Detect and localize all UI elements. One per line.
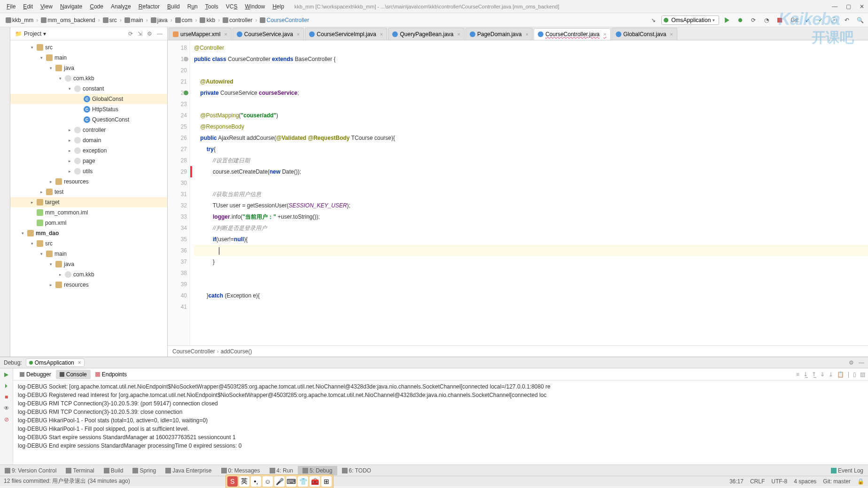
tree-node-com.kkb[interactable]: ▾com.kkb bbox=[10, 73, 167, 84]
evaluate-icon[interactable]: 📋 bbox=[837, 371, 844, 378]
close-tab-icon[interactable]: × bbox=[670, 31, 673, 37]
bc-class[interactable]: CourseController bbox=[172, 348, 215, 355]
menu-window[interactable]: Window bbox=[242, 2, 268, 11]
debug-settings-icon[interactable]: ⚙ bbox=[849, 359, 854, 366]
sidebar-tool-strip[interactable] bbox=[0, 27, 10, 357]
tree-node-mm_dao[interactable]: ▾mm_dao bbox=[10, 228, 167, 238]
toolwin-Spring[interactable]: Spring bbox=[128, 466, 161, 475]
run-button[interactable] bbox=[722, 15, 732, 25]
breadcrumb-com[interactable]: com bbox=[172, 16, 195, 24]
menu-code[interactable]: Code bbox=[87, 2, 106, 11]
menu-file[interactable]: File bbox=[4, 2, 18, 11]
file-encoding[interactable]: UTF-8 bbox=[771, 478, 787, 485]
file-tab-PageDomain.java[interactable]: PageDomain.java× bbox=[465, 28, 533, 40]
debug-session-tab[interactable]: OmsApplication × bbox=[26, 358, 85, 367]
breadcrumb-CourseController[interactable]: CourseController bbox=[257, 16, 312, 24]
vcs-commit-icon[interactable]: ✓ bbox=[815, 15, 826, 25]
menu-help[interactable]: Help bbox=[270, 2, 287, 11]
file-tab-CourseServiceImpl.java[interactable]: CourseServiceImpl.java× bbox=[305, 28, 387, 40]
breadcrumb-kkb_mm[interactable]: kkb_mm bbox=[3, 16, 36, 24]
hide-icon[interactable]: — bbox=[157, 30, 163, 37]
close-tab-icon[interactable]: × bbox=[526, 31, 528, 37]
step-over-icon[interactable]: ≡ bbox=[796, 371, 799, 378]
minimize-button[interactable]: — bbox=[832, 3, 837, 10]
force-step-icon[interactable]: ⇓ bbox=[820, 371, 825, 378]
ime-logo-icon[interactable]: S bbox=[227, 476, 238, 487]
stop-button[interactable] bbox=[775, 15, 785, 25]
tree-node-resources[interactable]: ▸resources bbox=[10, 280, 167, 290]
toolwin-5--Debug[interactable]: 5: Debug bbox=[298, 466, 337, 475]
project-tree[interactable]: ▾src▾main▾java▾com.kkb▾constantCGlobalCo… bbox=[10, 40, 167, 357]
menu-refactor[interactable]: Refactor bbox=[136, 2, 163, 11]
tree-node-main[interactable]: ▾main bbox=[10, 53, 167, 63]
tree-node-GlobalConst[interactable]: CGlobalConst bbox=[10, 94, 167, 104]
tree-node-src[interactable]: ▾src bbox=[10, 42, 167, 53]
toolwin-Terminal[interactable]: Terminal bbox=[61, 466, 99, 475]
ime-punct-icon[interactable]: •, bbox=[251, 476, 261, 487]
menu-edit[interactable]: Edit bbox=[20, 2, 36, 11]
tree-node-java[interactable]: ▾java bbox=[10, 259, 167, 269]
close-button[interactable]: ✕ bbox=[860, 3, 864, 10]
close-tab-icon[interactable]: × bbox=[380, 31, 383, 37]
ime-keyboard-icon[interactable]: ⌨ bbox=[286, 476, 296, 487]
breadcrumb-src[interactable]: src bbox=[100, 16, 120, 24]
vcs-history-icon[interactable]: 🕑 bbox=[829, 15, 839, 25]
ime-tools-icon[interactable]: 🧰 bbox=[310, 476, 320, 487]
tree-node-java[interactable]: ▾java bbox=[10, 63, 167, 73]
menu-vcs[interactable]: VCS bbox=[223, 2, 240, 11]
tree-node-domain[interactable]: ▸domain bbox=[10, 135, 167, 145]
menu-analyze[interactable]: Analyze bbox=[108, 2, 134, 11]
ime-emoji-icon[interactable]: ☺ bbox=[263, 476, 273, 487]
menu-build[interactable]: Build bbox=[164, 2, 183, 11]
console-output[interactable]: log-DEBUG Socket: [org.apache.tomcat.uti… bbox=[13, 381, 868, 465]
rerun-icon[interactable]: ▶ bbox=[2, 370, 11, 379]
toolwin-6--TODO[interactable]: 6: TODO bbox=[337, 466, 376, 475]
ime-lang-icon[interactable]: 英 bbox=[239, 476, 249, 487]
close-tab-icon[interactable]: × bbox=[604, 31, 606, 37]
tree-node-page[interactable]: ▸page bbox=[10, 156, 167, 166]
mute-breakpoints-icon[interactable]: ⊘ bbox=[2, 415, 11, 424]
view-breakpoints-icon[interactable]: 👁 bbox=[2, 404, 11, 412]
sync-icon[interactable]: ⟳ bbox=[128, 30, 133, 37]
tree-node-HttpStatus[interactable]: CHttpStatus bbox=[10, 104, 167, 114]
breadcrumb-kkb[interactable]: kkb bbox=[197, 16, 218, 24]
run-config-selector[interactable]: OmsApplication▾ bbox=[661, 15, 719, 25]
ime-skin-icon[interactable]: 👕 bbox=[298, 476, 308, 487]
tree-node-constant[interactable]: ▾constant bbox=[10, 84, 167, 94]
threads-icon[interactable]: ▤ bbox=[860, 371, 865, 378]
ime-grid-icon[interactable]: ⊞ bbox=[321, 476, 332, 487]
git-branch[interactable]: Git: master bbox=[823, 478, 851, 485]
collapse-icon[interactable]: ⇲ bbox=[138, 30, 142, 37]
file-tab-CourseController.java[interactable]: CourseController.java× bbox=[534, 28, 611, 40]
menu-view[interactable]: View bbox=[38, 2, 55, 11]
breadcrumb-java[interactable]: java bbox=[148, 16, 170, 24]
ime-voice-icon[interactable]: 🎤 bbox=[274, 476, 285, 487]
file-tab-CourseService.java[interactable]: CourseService.java× bbox=[232, 28, 304, 40]
resume-icon[interactable]: ⏵ bbox=[2, 381, 11, 390]
breadcrumb-mm_oms_backend[interactable]: mm_oms_backend bbox=[38, 16, 98, 24]
step-out-icon[interactable]: ↑̲ bbox=[812, 371, 816, 378]
tree-node-QuestionConst[interactable]: CQuestionConst bbox=[10, 114, 167, 125]
file-tab-urseMapper.xml[interactable]: urseMapper.xml× bbox=[169, 28, 232, 40]
debugger-tab[interactable]: Debugger bbox=[16, 370, 55, 379]
vcs-revert-icon[interactable]: ↶ bbox=[842, 15, 852, 25]
menu-run[interactable]: Run bbox=[185, 2, 201, 11]
ime-toolbar[interactable]: S 英 •, ☺ 🎤 ⌨ 👕 🧰 ⊞ bbox=[225, 474, 333, 488]
close-tab-icon[interactable]: × bbox=[457, 31, 460, 37]
debug-button[interactable] bbox=[735, 15, 745, 25]
caret-position[interactable]: 36:17 bbox=[729, 478, 744, 485]
toolwin-Build[interactable]: Build bbox=[99, 466, 128, 475]
debug-hide-icon[interactable]: — bbox=[859, 359, 864, 366]
breadcrumb-main[interactable]: main bbox=[122, 16, 146, 24]
close-tab-icon[interactable]: × bbox=[297, 31, 300, 37]
stop-icon[interactable]: ■ bbox=[2, 393, 11, 401]
tree-node-com.kkb[interactable]: ▸com.kkb bbox=[10, 269, 167, 280]
line-separator[interactable]: CRLF bbox=[750, 478, 765, 485]
tree-node-src[interactable]: ▾src bbox=[10, 238, 167, 249]
tree-node-exception[interactable]: ▸exception bbox=[10, 145, 167, 156]
event-log-button[interactable]: Event Log bbox=[826, 466, 868, 475]
tree-node-main[interactable]: ▾main bbox=[10, 249, 167, 259]
settings-icon[interactable]: ⚙ bbox=[147, 30, 152, 37]
file-tab-GlobalConst.java[interactable]: GlobalConst.java× bbox=[612, 28, 677, 40]
breadcrumb-controller[interactable]: controller bbox=[220, 16, 255, 24]
